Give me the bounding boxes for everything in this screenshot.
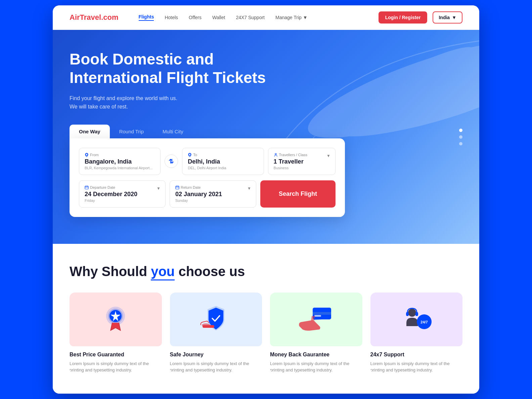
why-card-text-best-price: Lorem Ipsum is simply dummy text of the … [70, 360, 162, 373]
shield-safe-icon [194, 301, 238, 338]
award-icon [95, 301, 136, 338]
why-card-image-safe-journey [170, 293, 262, 346]
why-card-image-support: 24/7 [370, 293, 463, 346]
from-sub: BLR, Kempegowda International Airport... [85, 166, 155, 170]
money-back-icon [294, 301, 338, 338]
svg-point-17 [408, 309, 416, 317]
support-24-7-icon: 24/7 [395, 301, 438, 338]
departure-value: 24 December 2020 [85, 191, 160, 198]
calendar-icon [175, 185, 179, 189]
country-selector-button[interactable]: India ▼ [433, 11, 462, 24]
search-row-dates: Departure Date 24 December 2020 Friday ▼ [79, 180, 336, 208]
logo: AirTravel.com [70, 13, 119, 22]
why-card-safe-journey: Safe Journey Lorem Ipsum is simply dummy… [170, 293, 262, 373]
nav-links: Flights Hotels Offers Wallet 24X7 Suppor… [139, 14, 365, 21]
svg-rect-19 [415, 312, 418, 316]
search-row-locations: From Bangalore, India BLR, Kempegowda In… [79, 148, 336, 175]
chevron-down-icon: ▼ [452, 15, 456, 20]
traveller-sub: Business [274, 166, 330, 170]
from-value: Bangalore, India [85, 158, 155, 165]
svg-text:24/7: 24/7 [420, 320, 428, 324]
tab-one-way[interactable]: One Way [70, 125, 110, 138]
swap-button[interactable] [165, 154, 178, 168]
svg-point-3 [86, 153, 88, 156]
why-card-money-back: Money Back Gaurantee Lorem Ipsum is simp… [270, 293, 362, 373]
svg-point-13 [202, 323, 210, 327]
svg-rect-18 [406, 312, 409, 316]
tab-multi-city[interactable]: Multi City [153, 125, 193, 138]
nav-hotels[interactable]: Hotels [165, 15, 178, 20]
return-sub: Sunday [175, 198, 251, 203]
tab-round-trip[interactable]: Round Trip [110, 125, 153, 138]
why-card-title-safe-journey: Safe Journey [170, 352, 262, 358]
logo-text: AirTravel [70, 13, 101, 21]
chevron-down-icon: ▼ [157, 186, 161, 191]
hero-section: Book Domestic and International Flight T… [53, 30, 479, 244]
to-value: Delhi, India [188, 158, 258, 165]
search-box: From Bangalore, India BLR, Kempegowda In… [70, 138, 345, 217]
from-field[interactable]: From Bangalore, India BLR, Kempegowda In… [79, 148, 161, 175]
why-card-title-best-price: Best Price Guaranted [70, 352, 162, 358]
swap-icon [168, 158, 175, 165]
navbar: AirTravel.com Flights Hotels Offers Wall… [53, 5, 479, 30]
from-label: From [85, 153, 155, 157]
departure-date-field[interactable]: Departure Date 24 December 2020 Friday ▼ [79, 180, 166, 208]
page-wrapper: AirTravel.com Flights Hotels Offers Wall… [53, 5, 479, 394]
login-register-button[interactable]: Login / Register [379, 11, 428, 24]
traveller-value: 1 Traveller [274, 158, 330, 165]
hero-dot-3[interactable] [459, 142, 462, 145]
nav-offers[interactable]: Offers [189, 15, 202, 20]
why-card-best-price: Best Price Guaranted Lorem Ipsum is simp… [70, 293, 162, 373]
hero-title: Book Domestic and International Flight T… [70, 50, 271, 87]
why-card-text-support: Lorem Ipsum is simply dummy text of the … [370, 360, 463, 373]
svg-point-4 [189, 153, 191, 156]
svg-rect-15 [313, 312, 331, 315]
nav-support[interactable]: 24X7 Support [236, 15, 265, 20]
why-title: Why Should you choose us [70, 264, 462, 279]
why-card-title-money-back: Money Back Gaurantee [270, 352, 362, 358]
svg-point-5 [275, 153, 276, 154]
why-card-text-safe-journey: Lorem Ipsum is simply dummy text of the … [170, 360, 262, 373]
svg-rect-6 [85, 186, 88, 189]
to-field[interactable]: To Delhi, India DEL, Delhi Airport India [182, 148, 264, 175]
departure-label: Departure Date [85, 185, 160, 189]
nav-manage-trip[interactable]: Manage Trip ▼ [275, 15, 308, 20]
why-card-image-money-back [270, 293, 362, 346]
nav-wallet[interactable]: Wallet [212, 15, 225, 20]
why-cards: Best Price Guaranted Lorem Ipsum is simp… [70, 293, 462, 373]
calendar-icon [85, 185, 89, 189]
search-flight-button[interactable]: Search Flight [260, 180, 336, 208]
return-label: Return Date [175, 185, 251, 189]
return-value: 02 January 2021 [175, 191, 251, 198]
why-card-support: 24/7 24x7 Support Lorem Ipsum is simply … [370, 293, 463, 373]
why-card-image-best-price [70, 293, 162, 346]
person-icon [274, 153, 278, 157]
to-label: To [188, 153, 258, 157]
nav-flights[interactable]: Flights [139, 14, 154, 21]
logo-dot: .com [101, 13, 118, 21]
location-icon [188, 153, 192, 157]
why-section: Why Should you choose us Best Price Guar… [53, 244, 479, 394]
search-tabs: One Way Round Trip Multi City [70, 125, 462, 138]
traveller-field[interactable]: Travellers / Class 1 Traveller Business … [268, 148, 336, 175]
nav-right: Login / Register India ▼ [379, 11, 462, 24]
location-icon [85, 153, 89, 157]
to-sub: DEL, Delhi Airport India [188, 166, 258, 170]
chevron-down-icon: ▼ [303, 15, 308, 20]
svg-rect-16 [314, 315, 321, 317]
why-card-title-support: 24x7 Support [370, 352, 463, 358]
return-date-field[interactable]: Return Date 02 January 2021 Sunday ▼ [170, 180, 256, 208]
why-card-text-money-back: Lorem Ipsum is simply dummy text of the … [270, 360, 362, 373]
departure-sub: Friday [85, 198, 160, 203]
svg-rect-7 [176, 186, 179, 189]
traveller-label: Travellers / Class [274, 153, 330, 157]
chevron-down-icon: ▼ [247, 186, 251, 191]
hero-subtitle: Find your flight and explore the world w… [70, 94, 462, 111]
chevron-down-icon: ▼ [326, 153, 330, 158]
